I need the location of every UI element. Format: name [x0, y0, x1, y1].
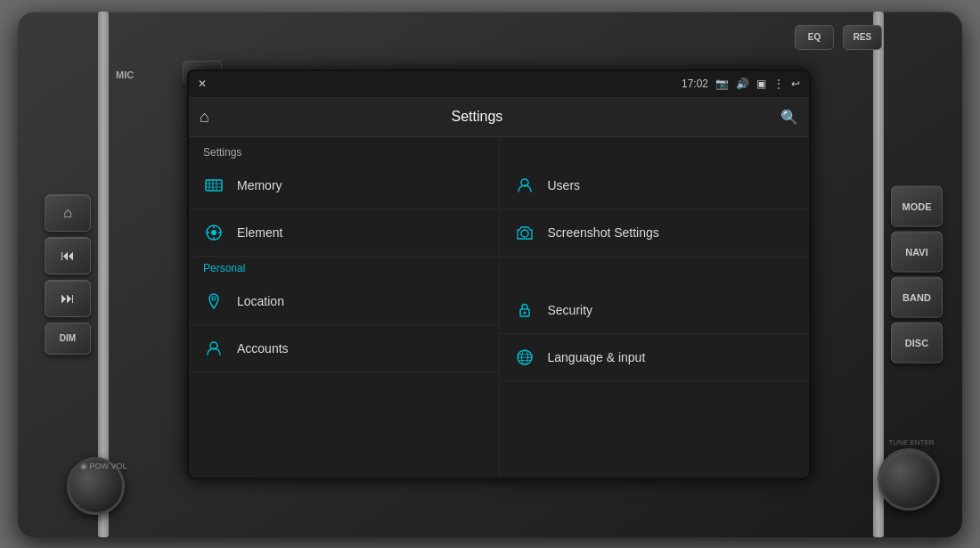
next-icon: ⏭	[61, 290, 75, 307]
status-left: ✕	[198, 78, 207, 90]
res-button[interactable]: RES	[843, 25, 882, 50]
dim-button[interactable]: DIM	[45, 323, 91, 355]
prev-icon: ⏮	[61, 248, 75, 264]
next-button[interactable]: ⏭	[45, 280, 91, 317]
signal-icon: ✕	[198, 78, 207, 90]
settings-item-element[interactable]: Element	[189, 209, 499, 257]
camera-status-icon: 📷	[715, 78, 729, 90]
language-label: Language & input	[548, 350, 646, 364]
memory-icon	[203, 175, 225, 196]
action-home-icon[interactable]: ⌂	[200, 108, 209, 127]
pow-vol-label: ◉ POW VOL	[80, 462, 127, 470]
location-icon	[203, 290, 225, 312]
action-bar: ⌂ Settings 🔍	[189, 98, 809, 137]
users-label: Users	[548, 178, 581, 192]
settings-item-location[interactable]: Location	[189, 278, 499, 325]
settings-item-accounts[interactable]: Accounts	[189, 325, 499, 372]
prev-button[interactable]: ⏮	[45, 237, 91, 274]
left-panel: ⌂ ⏮ ⏭ DIM	[45, 194, 91, 355]
svg-rect-0	[206, 180, 222, 191]
svg-point-12	[212, 297, 216, 300]
element-icon	[203, 222, 225, 243]
settings-item-users[interactable]: Users	[500, 162, 810, 209]
settings-item-screenshot[interactable]: Screenshot Settings	[500, 209, 810, 257]
screen-status-icon: ▣	[756, 78, 766, 90]
android-screen: ✕ 17:02 📷 🔊 ▣ ⋮ ↩ ⌂ Settings 🔍	[189, 71, 809, 478]
status-right: 17:02 📷 🔊 ▣ ⋮ ↩	[682, 78, 800, 90]
home-hw-button[interactable]: ⌂	[45, 194, 91, 232]
settings-left-col: Settings Memory	[189, 137, 500, 478]
accounts-label: Accounts	[237, 341, 289, 356]
memory-label: Memory	[237, 178, 282, 192]
screenshot-icon	[514, 222, 535, 243]
accounts-icon	[203, 338, 225, 359]
svg-point-17	[523, 311, 526, 314]
silver-strip-right	[873, 12, 884, 537]
security-icon	[514, 299, 535, 321]
action-search-icon[interactable]: 🔍	[780, 109, 798, 126]
settings-item-language[interactable]: Language & input	[500, 334, 810, 381]
language-icon	[514, 347, 535, 368]
volume-status-icon: 🔊	[736, 78, 749, 90]
svg-point-7	[211, 230, 216, 235]
section-personal-label: Personal	[189, 257, 499, 278]
head-unit: EQ RES MIC ▲ ⌂ ⏮ ⏭ DIM ✕ 17:02	[18, 12, 962, 537]
section-device-label: Settings	[189, 137, 499, 162]
status-time: 17:02	[682, 78, 708, 90]
mode-button[interactable]: MODE	[891, 185, 943, 226]
users-icon	[514, 175, 535, 196]
tune-enter-label: TUNE ENTER	[886, 438, 937, 446]
home-hw-icon: ⌂	[63, 205, 72, 221]
action-bar-title: Settings	[220, 109, 734, 125]
settings-item-memory[interactable]: Memory	[189, 162, 499, 209]
disc-button[interactable]: DISC	[891, 322, 943, 363]
band-button[interactable]: BAND	[891, 276, 943, 317]
tune-knob[interactable]	[878, 448, 940, 511]
screenshot-label: Screenshot Settings	[548, 225, 659, 240]
settings-content: Settings Memory	[189, 137, 809, 478]
status-bar: ✕ 17:02 📷 🔊 ▣ ⋮ ↩	[189, 71, 809, 98]
svg-point-15	[521, 230, 528, 237]
screen-container: ✕ 17:02 📷 🔊 ▣ ⋮ ↩ ⌂ Settings 🔍	[187, 70, 811, 479]
navi-button[interactable]: NAVI	[891, 231, 943, 272]
mic-label: MIC	[116, 70, 134, 80]
right-panel: MODE NAVI BAND DISC	[891, 185, 943, 363]
top-buttons-area: EQ RES	[795, 25, 882, 50]
location-label: Location	[237, 294, 284, 308]
settings-right-col: Users Screenshot Settings	[500, 137, 810, 478]
security-label: Security	[548, 303, 593, 317]
settings-item-security[interactable]: Security	[500, 287, 810, 334]
menu-status-icon: ⋮	[773, 78, 784, 90]
element-label: Element	[237, 225, 282, 240]
eq-button[interactable]: EQ	[795, 25, 834, 50]
back-status-icon: ↩	[791, 78, 800, 90]
